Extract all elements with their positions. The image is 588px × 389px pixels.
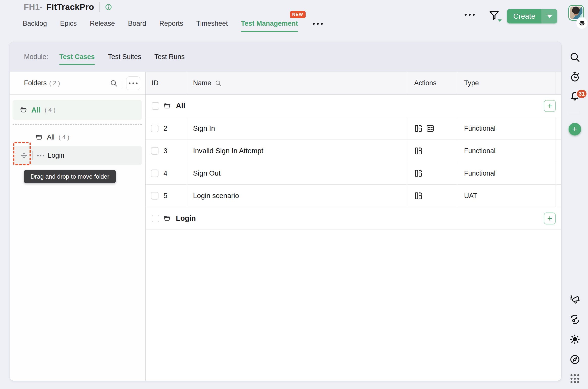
folder-icon [35, 133, 43, 141]
group-row-all[interactable]: All + [146, 95, 561, 117]
project-name: FitTrackPro [46, 2, 94, 12]
test-case-name[interactable]: Login scenario [193, 192, 239, 200]
table-header-row: ID Name Actions Type [146, 72, 561, 95]
test-case-type: Functional [464, 170, 496, 177]
name-search-icon[interactable] [215, 80, 222, 87]
divider [122, 79, 122, 88]
row-checkbox[interactable] [151, 147, 158, 155]
test-case-id: 2 [164, 125, 167, 132]
row-checkbox[interactable] [151, 125, 158, 132]
add-to-run-icon[interactable] [414, 124, 423, 133]
nav-item-release[interactable]: Release [90, 20, 115, 27]
divider [99, 2, 100, 12]
test-case-type: Functional [464, 147, 496, 155]
column-header-name[interactable]: Name [187, 72, 407, 94]
test-case-id: 3 [164, 147, 167, 155]
column-header-type[interactable]: Type [458, 72, 555, 94]
folder-icon [163, 102, 171, 110]
folder-name: All [31, 106, 41, 114]
divider [32, 151, 33, 160]
nav-item-reports[interactable]: Reports [159, 20, 183, 27]
folders-panel: Folders ( 2 ) All ( 4 ) All ( 4 ) [10, 72, 146, 381]
right-sidebar: 31 + [562, 0, 588, 389]
folder-name: All [47, 133, 55, 141]
test-case-row[interactable]: 3 Invalid Sign In Attempt Functional [146, 140, 561, 162]
test-results-icon[interactable] [426, 124, 435, 133]
new-badge: NEW [290, 11, 306, 18]
folder-item-all-root[interactable]: All ( 4 ) [13, 100, 142, 120]
drag-handle-highlight[interactable] [13, 142, 31, 165]
notification-count-badge[interactable]: 31 [576, 89, 587, 99]
tab-test-runs[interactable]: Test Runs [154, 53, 185, 61]
access-key-icon[interactable] [569, 314, 581, 325]
folders-title: Folders [24, 79, 47, 87]
folders-separator [13, 124, 142, 125]
folders-search-icon[interactable] [110, 79, 118, 87]
group-all-checkbox[interactable] [152, 102, 159, 110]
add-to-run-icon[interactable] [414, 169, 423, 178]
chevron-down-icon [547, 15, 552, 18]
folders-more-button[interactable] [126, 76, 140, 90]
add-to-run-icon[interactable] [414, 191, 423, 200]
divider [569, 113, 581, 113]
row-checkbox[interactable] [151, 192, 158, 200]
column-header-id[interactable]: ID [146, 72, 187, 94]
test-case-row[interactable]: 4 Sign Out Functional [146, 162, 561, 185]
nav-item-timesheet[interactable]: Timesheet [196, 20, 228, 27]
apps-grid-icon[interactable] [569, 373, 581, 384]
test-case-name[interactable]: Sign Out [193, 169, 221, 177]
module-label: Module: [24, 53, 48, 61]
timer-icon[interactable] [569, 71, 580, 82]
filter-caret-icon [498, 19, 502, 22]
test-case-id: 4 [164, 170, 167, 177]
tab-test-cases[interactable]: Test Cases [59, 53, 95, 61]
test-cases-table: ID Name Actions Type All + [146, 72, 561, 381]
quick-add-button[interactable]: + [569, 123, 581, 135]
module-bar: Module: Test Cases Test Suites Test Runs [10, 42, 561, 72]
info-icon[interactable] [105, 3, 112, 11]
create-button[interactable]: Create [507, 9, 557, 23]
add-to-run-icon[interactable] [414, 147, 423, 155]
group-name: All [176, 102, 185, 110]
create-button-label[interactable]: Create [507, 9, 542, 23]
folder-count: ( 4 ) [45, 106, 56, 114]
folder-name: Login [48, 152, 64, 159]
column-header-spacer [555, 72, 561, 94]
explore-compass-icon[interactable] [569, 354, 581, 365]
nav-item-test-management[interactable]: Test Management NEW [241, 20, 298, 27]
announcements-megaphone-icon[interactable] [569, 294, 581, 305]
project-key: FH1- [24, 2, 43, 12]
test-case-name[interactable]: Sign In [193, 124, 215, 132]
group-login-checkbox[interactable] [152, 215, 159, 222]
theme-sun-icon[interactable] [569, 334, 581, 345]
nav-item-backlog[interactable]: Backlog [23, 20, 47, 27]
add-test-case-login-button[interactable]: + [544, 212, 556, 224]
nav-item-board[interactable]: Board [128, 20, 146, 27]
folders-header: Folders ( 2 ) [10, 72, 145, 95]
folder-icon [20, 106, 27, 114]
folder-more-dots-icon[interactable] [37, 155, 44, 156]
header-more-button[interactable] [465, 14, 475, 16]
group-row-login[interactable]: Login + [146, 207, 561, 230]
nav-more-button[interactable] [313, 23, 323, 25]
test-case-id: 5 [164, 192, 167, 200]
test-case-row[interactable]: 5 Login scenario UAT [146, 185, 561, 207]
nav-item-epics[interactable]: Epics [60, 20, 77, 27]
filter-button[interactable] [488, 9, 501, 23]
create-dropdown-button[interactable] [542, 9, 557, 23]
sidebar-search-icon[interactable] [569, 52, 580, 63]
test-case-name[interactable]: Invalid Sign In Attempt [193, 147, 263, 155]
test-management-panel: Module: Test Cases Test Suites Test Runs… [10, 42, 562, 381]
tab-test-suites[interactable]: Test Suites [108, 53, 141, 61]
drag-tooltip: Drag and drop to move folder [24, 170, 116, 183]
row-checkbox[interactable] [151, 170, 158, 177]
add-test-case-button[interactable]: + [544, 100, 556, 112]
column-header-actions[interactable]: Actions [407, 72, 458, 94]
test-case-row[interactable]: 2 Sign In Functional [146, 117, 561, 140]
group-name: Login [176, 214, 196, 223]
folder-icon [163, 215, 171, 222]
project-nav: Backlog Epics Release Board Reports Time… [23, 20, 323, 27]
folder-item-login[interactable]: Login [13, 146, 142, 165]
test-case-type: Functional [464, 125, 496, 132]
folders-count: ( 2 ) [49, 80, 60, 87]
